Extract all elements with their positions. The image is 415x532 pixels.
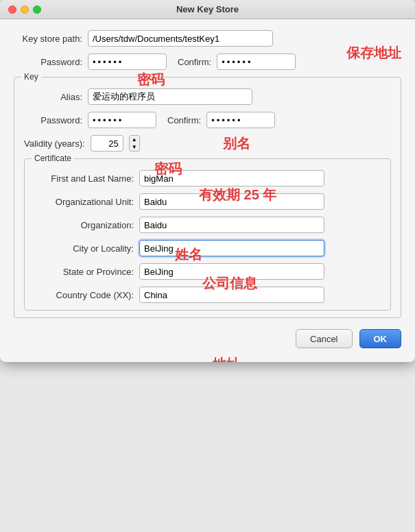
city-input[interactable] [139,240,324,256]
country-label: Country Code (XX): [34,290,134,300]
country-input[interactable] [139,287,324,303]
state-row: State or Province: [34,263,381,280]
org-row: Organization: [34,217,381,233]
validity-spinner[interactable]: ▲ ▼ [129,135,140,152]
window-title: New Key Store [176,4,239,14]
key-section-title: Key [21,72,41,82]
password-label: Password: [14,57,82,67]
keystore-path-input[interactable] [88,30,273,47]
maximize-button[interactable] [33,5,41,14]
password-confirm-input[interactable] [217,53,296,70]
org-unit-input[interactable] [139,193,324,210]
org-unit-row: Organizational Unit: [34,193,381,210]
keystore-path-row: Key store path: [14,30,401,47]
ok-button[interactable]: OK [359,329,402,348]
state-label: State or Province: [34,267,134,277]
org-label: Organization: [34,220,134,230]
annotation-address: 地址 [213,355,240,362]
key-confirm-input[interactable] [206,112,275,128]
validity-input[interactable] [91,135,123,152]
titlebar: New Key Store [0,0,415,19]
traffic-lights [8,5,41,14]
form-content: 保存地址 密码 别名 密码 有效期 25 年 姓名 公司信息 地址 Key st… [0,19,415,362]
state-input[interactable] [139,263,324,280]
key-password-label: Password: [24,115,82,125]
first-last-label: First and Last Name: [34,173,134,184]
key-password-input[interactable] [88,112,156,128]
city-label: City or Locality: [34,243,134,254]
key-confirm-label: Confirm: [167,115,201,125]
first-last-row: First and Last Name: [34,170,381,186]
alias-label: Alias: [24,92,82,102]
spinner-up[interactable]: ▲ [130,136,139,143]
confirm-label: Confirm: [178,57,211,67]
validity-label: Validity (years): [24,138,85,149]
city-row: City or Locality: [34,240,381,256]
cancel-button[interactable]: Cancel [296,329,352,348]
org-unit-label: Organizational Unit: [34,197,134,207]
key-password-row: Password: Confirm: [24,112,391,128]
alias-input[interactable] [88,88,252,105]
close-button[interactable] [8,5,16,14]
validity-row: Validity (years): ▲ ▼ [24,135,391,152]
buttons-row: Cancel OK [14,329,401,348]
cert-section: Certificate First and Last Name: Organiz… [24,158,391,311]
key-section: Key Alias: Password: Confirm: Validity (… [14,77,401,318]
password-input[interactable] [88,53,167,70]
country-row: Country Code (XX): [34,287,381,303]
minimize-button[interactable] [21,5,29,14]
keystore-path-label: Key store path: [14,34,82,44]
spinner-down[interactable]: ▼ [130,143,139,151]
main-window: New Key Store 保存地址 密码 别名 密码 有效期 25 年 姓名 … [0,0,415,362]
password-row: Password: Confirm: [14,53,401,70]
first-last-input[interactable] [139,170,324,186]
org-input[interactable] [139,217,324,233]
cert-section-title: Certificate [32,154,74,163]
alias-row: Alias: [24,88,391,105]
